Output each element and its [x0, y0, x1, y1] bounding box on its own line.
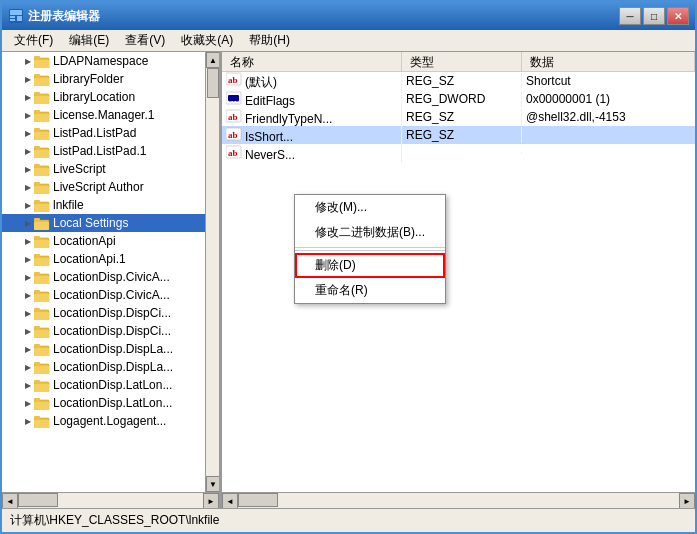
svg-rect-63 [34, 312, 49, 320]
minimize-button[interactable]: ─ [619, 7, 641, 25]
svg-rect-15 [34, 96, 49, 104]
svg-rect-72 [34, 344, 40, 347]
menu-favorites[interactable]: 收藏夹(A) [173, 30, 241, 51]
svg-rect-79 [34, 384, 49, 392]
context-menu-item[interactable]: 重命名(R) [295, 278, 445, 303]
col-header-type: 类型 [402, 52, 522, 71]
tree-item[interactable]: ▶ LocationDisp.DispCi... [2, 322, 219, 340]
tree-arrow-icon: ▶ [22, 417, 34, 426]
tree-arrow-icon: ▶ [22, 327, 34, 336]
svg-rect-11 [34, 78, 49, 86]
tree-scroll[interactable]: ▶ LDAPNamespace▶ LibraryFolder▶ LibraryL… [2, 52, 219, 492]
scroll-right-button-r[interactable]: ► [679, 493, 695, 508]
context-menu-item[interactable]: 修改二进制数据(B)... [295, 220, 445, 245]
tree-item[interactable]: ▶ LibraryLocation [2, 88, 219, 106]
context-menu-item[interactable]: 修改(M)... [295, 195, 445, 220]
registry-rows[interactable]: ab (默认)REG_SZShortcut 010 EditFlagsREG_D… [222, 72, 695, 492]
maximize-button[interactable]: □ [643, 7, 665, 25]
tree-item[interactable]: ▶ LocationDisp.LatLon... [2, 394, 219, 412]
tree-item-label: LocationApi [53, 234, 116, 248]
svg-rect-36 [34, 182, 40, 185]
svg-rect-8 [34, 56, 40, 59]
tree-item-label: LocationDisp.CivicA... [53, 288, 170, 302]
context-menu: 修改(M)...修改二进制数据(B)...删除(D)重命名(R) [294, 194, 446, 304]
h-scroll-track-left [18, 493, 203, 507]
tree-item[interactable]: ▶ LocationApi [2, 232, 219, 250]
tree-item-label: Logagent.Logagent... [53, 414, 166, 428]
menu-edit[interactable]: 编辑(E) [61, 30, 117, 51]
tree-item[interactable]: ▶ ListPad.ListPad.1 [2, 142, 219, 160]
status-text: 计算机\HKEY_CLASSES_ROOT\lnkfile [10, 512, 219, 529]
right-horizontal-scrollbar[interactable]: ◄ ► [222, 493, 695, 508]
table-row[interactable]: ab NeverS... [222, 144, 695, 162]
close-button[interactable]: ✕ [667, 7, 689, 25]
table-row[interactable]: 010 EditFlagsREG_DWORD0x00000001 (1) [222, 90, 695, 108]
tree-item[interactable]: ▶ LocationDisp.DispCi... [2, 304, 219, 322]
scroll-right-button[interactable]: ► [203, 493, 219, 508]
title-bar: 注册表编辑器 ─ □ ✕ [2, 2, 695, 30]
tree-item[interactable]: ▶ License.Manager.1 [2, 106, 219, 124]
tree-arrow-icon: ▶ [22, 291, 34, 300]
tree-item[interactable]: ▶ LocationDisp.CivicA... [2, 268, 219, 286]
scroll-thumb[interactable] [207, 68, 219, 98]
reg-name-cell: ab NeverS... [222, 144, 402, 163]
menu-help[interactable]: 帮助(H) [241, 30, 298, 51]
folder-icon [34, 360, 50, 374]
tree-item[interactable]: ▶ LocationApi.1 [2, 250, 219, 268]
tree-item[interactable]: ▶ LocationDisp.DispLa... [2, 358, 219, 376]
reg-name-cell: ab IsShort... [222, 126, 402, 145]
svg-rect-3 [10, 19, 15, 21]
scroll-up-button[interactable]: ▲ [206, 52, 220, 68]
tree-item[interactable]: ▶ LibraryFolder [2, 70, 219, 88]
bottom-scrollbars: ◄ ► ◄ ► [2, 492, 695, 508]
left-horizontal-scrollbar[interactable]: ◄ ► [2, 493, 222, 508]
tree-arrow-icon: ▶ [22, 165, 34, 174]
svg-rect-4 [17, 16, 22, 21]
scroll-left-button-r[interactable]: ◄ [222, 493, 238, 508]
h-scroll-thumb-right[interactable] [238, 493, 278, 507]
tree-item[interactable]: ▶ LocationDisp.CivicA... [2, 286, 219, 304]
reg-data-cell [522, 152, 695, 154]
svg-rect-47 [34, 240, 49, 248]
tree-item[interactable]: ▶ ListPad.ListPad [2, 124, 219, 142]
svg-rect-76 [34, 362, 40, 365]
table-row[interactable]: ab FriendlyTypeN...REG_SZ@shell32.dll,-4… [222, 108, 695, 126]
reg-type-cell: REG_SZ [402, 73, 522, 89]
scroll-left-button[interactable]: ◄ [2, 493, 18, 508]
reg-name-text: FriendlyTypeN... [245, 112, 332, 126]
tree-item-label: LocationDisp.DispCi... [53, 306, 171, 320]
tree-arrow-icon: ▶ [22, 255, 34, 264]
menu-view[interactable]: 查看(V) [117, 30, 173, 51]
tree-item[interactable]: ▶ lnkfile [2, 196, 219, 214]
tree-item[interactable]: ▶ LDAPNamespace [2, 52, 219, 70]
table-row[interactable]: ab IsShort...REG_SZ [222, 126, 695, 144]
svg-rect-48 [34, 236, 40, 239]
reg-type-cell [402, 152, 522, 154]
tree-arrow-icon: ▶ [22, 273, 34, 282]
tree-item[interactable]: ▶ Logagent.Logagent... [2, 412, 219, 430]
reg-type-cell: REG_DWORD [402, 91, 522, 107]
tree-arrow-icon: ▶ [22, 219, 34, 228]
tree-item[interactable]: ▶ LiveScript Author [2, 178, 219, 196]
tree-item[interactable]: ▶ Local Settings [2, 214, 219, 232]
reg-name-text: EditFlags [245, 94, 295, 108]
tree-item[interactable]: ▶ LiveScript [2, 160, 219, 178]
scroll-down-button[interactable]: ▼ [206, 476, 220, 492]
table-row[interactable]: ab (默认)REG_SZShortcut [222, 72, 695, 90]
tree-item-label: License.Manager.1 [53, 108, 154, 122]
reg-name-text: IsShort... [245, 130, 293, 144]
tree-panel: ▶ LDAPNamespace▶ LibraryFolder▶ LibraryL… [2, 52, 222, 492]
h-scroll-thumb-left[interactable] [18, 493, 58, 507]
tree-item[interactable]: ▶ LocationDisp.LatLon... [2, 376, 219, 394]
tree-item[interactable]: ▶ LocationDisp.DispLa... [2, 340, 219, 358]
context-menu-item[interactable]: 删除(D) [295, 253, 445, 278]
tree-item-label: ListPad.ListPad.1 [53, 144, 146, 158]
folder-icon [34, 108, 50, 122]
tree-vertical-scrollbar[interactable]: ▲ ▼ [205, 52, 219, 492]
folder-icon [34, 378, 50, 392]
menu-bar: 文件(F) 编辑(E) 查看(V) 收藏夹(A) 帮助(H) [2, 30, 695, 52]
svg-rect-87 [34, 420, 49, 428]
menu-file[interactable]: 文件(F) [6, 30, 61, 51]
folder-icon [34, 90, 50, 104]
status-bar: 计算机\HKEY_CLASSES_ROOT\lnkfile [2, 508, 695, 532]
